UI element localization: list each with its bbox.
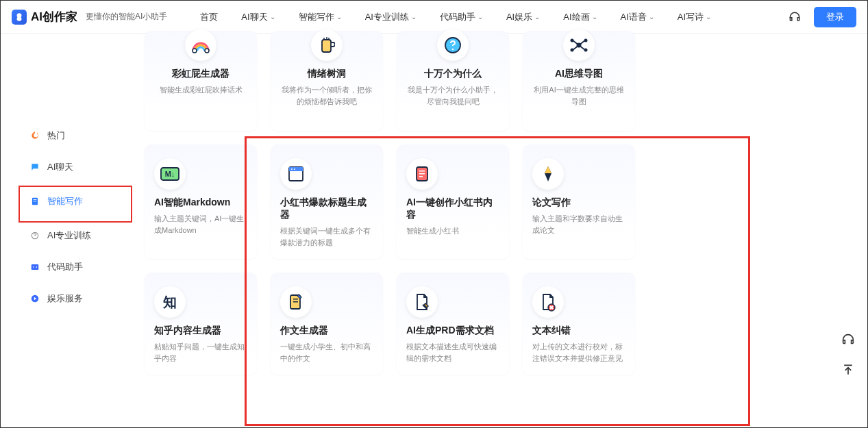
card-error[interactable]: 文本纠错对上传的文本进行校对，标注错误文本并提供修正意见 [523, 273, 635, 375]
nav-item-8[interactable]: AI写诗⌄ [678, 11, 711, 23]
sidebar-item-5[interactable]: 娱乐服务 [21, 286, 138, 312]
card-question[interactable]: 十万个为什么我是十万个为什么小助手，尽管向我提问吧 [397, 31, 509, 131]
code-icon [29, 262, 40, 273]
card-window[interactable]: 小红书爆款标题生成器根据关键词一键生成多个有爆款潜力的标题 [271, 144, 383, 259]
card-rainbow[interactable]: 彩虹屁生成器智能生成彩虹屁吹捧话术 [145, 31, 257, 131]
svg-point-21 [294, 168, 295, 170]
sidebar-label: AI聊天 [47, 161, 73, 173]
sidebar-highlight: 智能写作 [18, 186, 132, 223]
zhi-icon: 知 [154, 286, 186, 318]
card-title: 作文生成器 [280, 325, 373, 337]
card-title: AI生成PRD需求文档 [406, 325, 499, 337]
svg-rect-29 [293, 301, 298, 303]
card-title: 彩虹屁生成器 [154, 68, 247, 80]
chat-icon [29, 162, 40, 173]
card-pen[interactable]: 论文写作输入主题和字数要求自动生成论文 [523, 144, 635, 259]
nav-item-2[interactable]: 智能写作⌄ [299, 11, 342, 23]
card-mindmap[interactable]: AI思维导图利用AI一键生成完整的思维导图 [523, 31, 635, 131]
sidebar-item-1[interactable]: AI聊天 [21, 154, 138, 180]
card-desc: 智能生成小红书 [406, 225, 499, 237]
chevron-down-icon: ⌄ [534, 13, 540, 21]
chevron-down-icon: ⌄ [592, 13, 597, 21]
logo-text: AI创作家 [31, 9, 77, 25]
card-zhi[interactable]: 知知乎内容生成器粘贴知乎问题，一键生成知乎内容 [145, 273, 257, 375]
sidebar-item-4[interactable]: 代码助手 [21, 254, 138, 280]
sidebar-label: 热门 [47, 129, 65, 142]
card-title: 情绪树洞 [280, 68, 373, 80]
nav-item-3[interactable]: AI专业训练⌄ [365, 11, 417, 23]
mindmap-icon [563, 29, 595, 61]
float-buttons [839, 330, 858, 379]
sidebar: 热门AI聊天智能写作AI专业训练代码助手娱乐服务 [1, 34, 138, 427]
card-desc: 根据文本描述生成可快速编辑的需求文档 [406, 341, 499, 364]
svg-point-10 [452, 49, 454, 50]
nav-label: AI写诗 [678, 11, 704, 23]
card-desc: 我是十万个为什么小助手，尽管向我提问吧 [406, 84, 499, 107]
chevron-down-icon: ⌄ [411, 13, 417, 21]
card-note[interactable]: AI一键创作小红书内容智能生成小红书 [397, 144, 509, 259]
card-title: 小红书爆款标题生成器 [280, 197, 373, 221]
card-title: AI一键创作小红书内容 [406, 197, 499, 221]
chevron-down-icon: ⌄ [706, 13, 711, 21]
card-title: 十万个为什么 [406, 68, 499, 80]
card-desc: 利用AI一键生成完整的思维导图 [532, 84, 625, 107]
svg-rect-8 [322, 40, 331, 52]
nav-item-6[interactable]: AI绘画⌄ [563, 11, 597, 23]
cards-row-mid: M↓AI智能Markdown输入主题关键词，AI一键生成Markdown小红书爆… [145, 144, 847, 259]
chevron-down-icon: ⌄ [270, 13, 275, 21]
rainbow-icon [185, 29, 216, 61]
chevron-down-icon: ⌄ [336, 13, 342, 21]
nav-item-1[interactable]: AI聊天⌄ [241, 11, 275, 23]
card-markdown[interactable]: M↓AI智能Markdown输入主题关键词，AI一键生成Markdown [145, 144, 257, 259]
nav-label: AI绘画 [563, 11, 589, 23]
svg-point-7 [205, 49, 209, 53]
back-to-top-icon[interactable] [839, 360, 858, 379]
card-desc: 根据关键词一键生成多个有爆款潜力的标题 [280, 225, 373, 248]
logo-area[interactable]: AI创作家 [12, 9, 77, 25]
fire-icon [29, 130, 40, 141]
question-icon [437, 29, 469, 61]
sidebar-label: 娱乐服务 [47, 292, 83, 305]
sidebar-label: 智能写作 [47, 195, 83, 207]
nav-label: AI娱乐 [506, 11, 532, 23]
card-cup[interactable]: 情绪树洞我将作为一个倾听者，把你的烦恼都告诉我吧 [271, 31, 383, 131]
content: 彩虹屁生成器智能生成彩虹屁吹捧话术情绪树洞我将作为一个倾听者，把你的烦恼都告诉我… [138, 34, 867, 427]
nav-item-7[interactable]: AI语音⌄ [621, 11, 654, 23]
nav-item-0[interactable]: 首页 [200, 11, 218, 23]
svg-point-20 [291, 168, 293, 170]
support-icon[interactable] [839, 330, 858, 349]
note-icon [406, 158, 438, 190]
main: 热门AI聊天智能写作AI专业训练代码助手娱乐服务 彩虹屁生成器智能生成彩虹屁吹捧… [1, 34, 867, 427]
card-prd[interactable]: AI生成PRD需求文档根据文本描述生成可快速编辑的需求文档 [397, 273, 509, 375]
sidebar-item-2[interactable]: 智能写作 [21, 188, 129, 214]
window-icon [280, 158, 312, 190]
svg-rect-4 [32, 264, 39, 270]
login-button[interactable]: 登录 [814, 7, 856, 27]
nav-label: 智能写作 [299, 11, 334, 23]
doc-icon [29, 196, 40, 207]
chevron-down-icon: ⌄ [649, 13, 654, 21]
card-desc: 一键生成小学生、初中和高中的作文 [280, 341, 373, 364]
cards-row-top: 彩虹屁生成器智能生成彩虹屁吹捧话术情绪树洞我将作为一个倾听者，把你的烦恼都告诉我… [145, 31, 847, 131]
markdown-icon: M↓ [154, 158, 186, 190]
logo-icon [12, 10, 27, 25]
top-nav: 首页AI聊天⌄智能写作⌄AI专业训练⌄代码助手⌄AI娱乐⌄AI绘画⌄AI语音⌄A… [200, 11, 788, 23]
headset-icon[interactable] [788, 10, 802, 24]
sidebar-item-3[interactable]: AI专业训练 [21, 223, 138, 249]
nav-item-4[interactable]: 代码助手⌄ [440, 11, 483, 23]
cards-row-bot: 知知乎内容生成器粘贴知乎问题，一键生成知乎内容作文生成器一键生成小学生、初中和高… [145, 273, 847, 375]
error-icon [532, 286, 564, 318]
card-title: AI思维导图 [532, 68, 625, 80]
nav-item-5[interactable]: AI娱乐⌄ [506, 11, 540, 23]
play-icon [29, 293, 40, 304]
pen-icon [532, 158, 564, 190]
card-title: AI智能Markdown [154, 197, 247, 209]
cup-icon [311, 29, 343, 61]
card-title: 文本纠错 [532, 325, 625, 337]
card-desc: 我将作为一个倾听者，把你的烦恼都告诉我吧 [280, 84, 373, 107]
sidebar-item-0[interactable]: 热门 [21, 123, 138, 149]
card-title: 论文写作 [532, 197, 625, 209]
card-desc: 粘贴知乎问题，一键生成知乎内容 [154, 341, 247, 364]
svg-point-6 [193, 49, 197, 53]
card-essay[interactable]: 作文生成器一键生成小学生、初中和高中的作文 [271, 273, 383, 375]
